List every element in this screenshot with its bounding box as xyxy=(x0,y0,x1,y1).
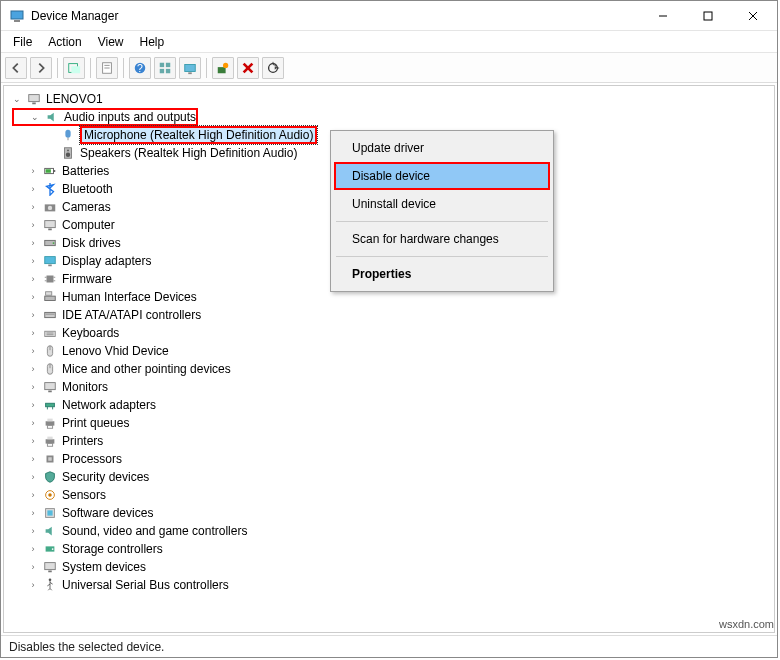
svg-rect-65 xyxy=(47,419,52,422)
expand-icon[interactable]: › xyxy=(28,562,38,572)
label: IDE ATA/ATAPI controllers xyxy=(62,308,201,322)
ctx-disable-device[interactable]: Disable device xyxy=(334,162,550,190)
tree-system[interactable]: ›System devices xyxy=(12,558,766,576)
svg-rect-61 xyxy=(46,403,55,407)
label: System devices xyxy=(62,560,146,574)
expand-icon[interactable]: › xyxy=(28,310,38,320)
tree-root[interactable]: ⌄ LENOVO1 xyxy=(12,90,766,108)
label: Monitors xyxy=(62,380,108,394)
tree-processors[interactable]: ›Processors xyxy=(12,450,766,468)
properties-button[interactable] xyxy=(96,57,118,79)
tree-printers[interactable]: ›Printers xyxy=(12,432,766,450)
expand-icon[interactable]: › xyxy=(28,508,38,518)
svg-point-30 xyxy=(66,153,70,157)
expand-icon[interactable]: › xyxy=(28,346,38,356)
expand-icon[interactable]: › xyxy=(28,454,38,464)
cpu-icon xyxy=(42,451,58,467)
maximize-button[interactable] xyxy=(685,2,730,30)
expand-icon[interactable]: › xyxy=(28,184,38,194)
label: Universal Serial Bus controllers xyxy=(62,578,229,592)
tree-lenovo-vhid[interactable]: ›Lenovo Vhid Device xyxy=(12,342,766,360)
expand-icon[interactable]: › xyxy=(28,292,38,302)
svg-rect-25 xyxy=(29,95,40,102)
tree-storage[interactable]: ›Storage controllers xyxy=(12,540,766,558)
svg-text:?: ? xyxy=(137,61,143,73)
software-icon xyxy=(42,505,58,521)
ctx-scan-hardware[interactable]: Scan for hardware changes xyxy=(334,225,550,253)
help-button[interactable]: ? xyxy=(129,57,151,79)
tree-software[interactable]: ›Software devices xyxy=(12,504,766,522)
menu-view[interactable]: View xyxy=(90,33,132,51)
status-text: Disables the selected device. xyxy=(9,640,164,654)
bluetooth-icon xyxy=(42,181,58,197)
ctx-separator xyxy=(336,221,548,222)
expand-icon[interactable]: › xyxy=(28,256,38,266)
expand-icon[interactable]: › xyxy=(28,166,38,176)
label: Cameras xyxy=(62,200,111,214)
expand-icon[interactable]: › xyxy=(28,580,38,590)
expand-icon[interactable]: › xyxy=(28,490,38,500)
expand-icon[interactable]: › xyxy=(28,382,38,392)
tree-security[interactable]: ›Security devices xyxy=(12,468,766,486)
tree-network[interactable]: ›Network adapters xyxy=(12,396,766,414)
expand-icon[interactable]: › xyxy=(28,274,38,284)
expand-icon[interactable]: › xyxy=(28,400,38,410)
expand-icon[interactable]: › xyxy=(28,472,38,482)
expand-icon[interactable]: › xyxy=(28,238,38,248)
ctx-properties[interactable]: Properties xyxy=(334,260,550,288)
printer-icon xyxy=(42,415,58,431)
expand-icon[interactable]: › xyxy=(28,220,38,230)
root-label: LENOVO1 xyxy=(46,92,103,106)
tree-sound[interactable]: ›Sound, video and game controllers xyxy=(12,522,766,540)
svg-rect-67 xyxy=(46,439,55,443)
svg-rect-68 xyxy=(47,437,52,440)
window-title: Device Manager xyxy=(31,9,640,23)
mic-label: Microphone (Realtek High Definition Audi… xyxy=(80,126,317,144)
ide-icon xyxy=(42,307,58,323)
tree-audio[interactable]: ⌄ Audio inputs and outputs xyxy=(12,108,198,126)
ctx-uninstall-device[interactable]: Uninstall device xyxy=(334,190,550,218)
expand-icon[interactable]: › xyxy=(28,526,38,536)
svg-rect-17 xyxy=(185,64,196,71)
tree-sensors[interactable]: ›Sensors xyxy=(12,486,766,504)
expand-icon[interactable]: › xyxy=(28,544,38,554)
collapse-icon[interactable]: ⌄ xyxy=(30,112,40,122)
uninstall-button[interactable] xyxy=(237,57,259,79)
menu-action[interactable]: Action xyxy=(40,33,89,51)
speaker-icon xyxy=(60,145,76,161)
expand-icon[interactable]: › xyxy=(28,364,38,374)
svg-rect-60 xyxy=(48,391,52,393)
label: Firmware xyxy=(62,272,112,286)
svg-rect-34 xyxy=(46,169,51,173)
ctx-update-driver[interactable]: Update driver xyxy=(334,134,550,162)
menu-help[interactable]: Help xyxy=(132,33,173,51)
close-button[interactable] xyxy=(730,2,775,30)
svg-rect-48 xyxy=(45,296,56,300)
scan-button[interactable] xyxy=(262,57,284,79)
tree-usb[interactable]: ›Universal Serial Bus controllers xyxy=(12,576,766,594)
svg-rect-41 xyxy=(45,257,56,264)
tree-mice[interactable]: ›Mice and other pointing devices xyxy=(12,360,766,378)
svg-rect-69 xyxy=(47,444,52,447)
menu-file[interactable]: File xyxy=(5,33,40,51)
tree-printq[interactable]: ›Print queues xyxy=(12,414,766,432)
minimize-button[interactable] xyxy=(640,2,685,30)
update-driver-button[interactable] xyxy=(179,57,201,79)
tree-monitors[interactable]: ›Monitors xyxy=(12,378,766,396)
details-button[interactable] xyxy=(154,57,176,79)
back-button[interactable] xyxy=(5,57,27,79)
show-hidden-button[interactable] xyxy=(63,57,85,79)
expand-icon[interactable]: › xyxy=(28,436,38,446)
tree-ide[interactable]: ›IDE ATA/ATAPI controllers xyxy=(12,306,766,324)
svg-rect-50 xyxy=(45,312,56,317)
add-legacy-button[interactable] xyxy=(212,57,234,79)
forward-button[interactable] xyxy=(30,57,52,79)
expand-icon[interactable]: › xyxy=(28,328,38,338)
tree-keyboards[interactable]: ›Keyboards xyxy=(12,324,766,342)
svg-point-31 xyxy=(67,150,69,152)
collapse-icon[interactable]: ⌄ xyxy=(12,94,22,104)
audio-label: Audio inputs and outputs xyxy=(64,110,196,124)
expand-icon[interactable]: › xyxy=(28,202,38,212)
expand-icon[interactable]: › xyxy=(28,418,38,428)
context-menu: Update driver Disable device Uninstall d… xyxy=(330,130,554,292)
